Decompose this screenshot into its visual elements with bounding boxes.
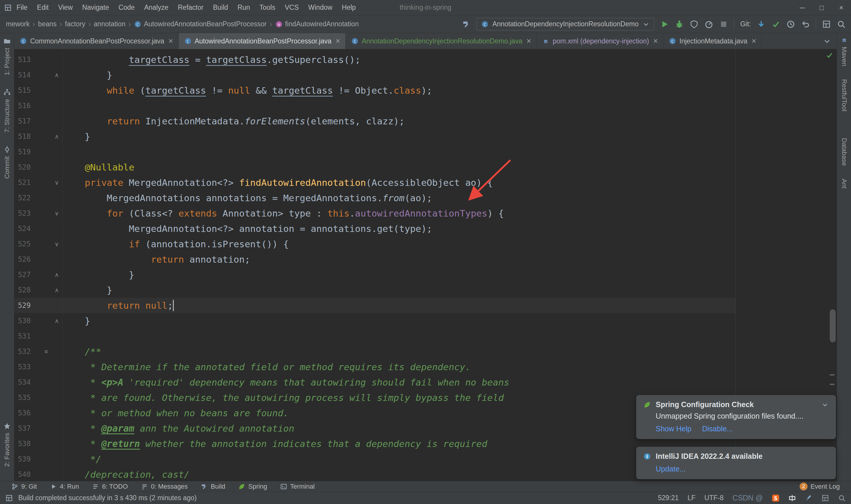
fold-marker-icon[interactable]: ∨ — [52, 236, 61, 252]
notification-ide-update[interactable]: i IntelliJ IDEA 2022.2.4 available Updat… — [636, 447, 836, 479]
menu-edit[interactable]: Edit — [32, 3, 53, 12]
menu-file[interactable]: File — [12, 3, 32, 12]
gutter: 515 — [14, 83, 62, 98]
line-separator[interactable]: LF — [688, 494, 695, 502]
menu-code[interactable]: Code — [114, 3, 140, 12]
line-number: 530 — [14, 313, 31, 328]
build-hammer-icon[interactable] — [462, 20, 471, 29]
menu-vcs[interactable]: VCS — [280, 3, 304, 12]
tab-close-icon[interactable]: × — [168, 37, 173, 46]
notification-spring-config[interactable]: Spring Configuration Check Unmapped Spri… — [636, 395, 836, 439]
show-help-link[interactable]: Show Help — [656, 425, 691, 433]
tab-close-icon[interactable]: × — [527, 37, 531, 46]
run-configuration-select[interactable]: C AnnotationDependencyInjectionResolutio… — [477, 18, 654, 31]
hidden-tabs-chevron-icon[interactable] — [817, 37, 837, 46]
tool-stripe-label: Ant — [840, 179, 848, 188]
file-encoding[interactable]: UTF-8 — [704, 494, 724, 502]
event-log-label: Event Log — [811, 483, 840, 490]
search-everywhere-button[interactable] — [837, 20, 846, 29]
tool-stripe-button[interactable]: Database — [840, 138, 848, 166]
tool-stripe-button[interactable]: Ant — [840, 179, 848, 188]
inspections-ok-icon[interactable] — [826, 51, 833, 59]
render-doc-icon[interactable]: ≡ — [41, 344, 51, 359]
menu-window[interactable]: Window — [304, 3, 337, 12]
fold-marker-icon[interactable]: ∧ — [52, 267, 61, 283]
tool-window-button-4-run[interactable]: 4: Run — [44, 483, 85, 490]
code-token: MergedAnnotations annotations = MergedAn… — [62, 193, 383, 203]
tool-stripe-button[interactable]: 7: Structure — [3, 88, 11, 133]
fold-marker-icon[interactable]: ∧ — [52, 67, 61, 83]
stop-button[interactable] — [719, 20, 728, 29]
code-text: while (targetClass != null && targetClas… — [62, 83, 837, 98]
code-token: targetClass — [145, 85, 206, 96]
caret-position[interactable]: 529:21 — [658, 494, 678, 502]
fold-marker-icon[interactable]: ∧ — [52, 129, 61, 144]
tool-window-button-spring[interactable]: Spring — [233, 483, 272, 490]
editor-tab[interactable]: CAutowiredAnnotationBeanPostProcessor.ja… — [179, 33, 346, 49]
editor-tab[interactable]: CCommonAnnotationBeanPostProcessor.java× — [14, 33, 179, 49]
debug-button[interactable] — [675, 20, 684, 29]
update-link[interactable]: Update... — [656, 465, 686, 473]
breadcrumb-item[interactable]: beans — [38, 20, 57, 28]
minimize-button[interactable]: ─ — [793, 0, 812, 15]
tool-window-button-0-messages[interactable]: 0: Messages — [135, 483, 193, 490]
code-text — [62, 328, 837, 344]
tool-window-button-build[interactable]: Build — [195, 483, 231, 490]
breadcrumb-item[interactable]: mework — [5, 20, 31, 28]
tab-close-icon[interactable]: × — [336, 37, 340, 46]
menu-build[interactable]: Build — [208, 3, 233, 12]
update-project-button[interactable] — [757, 20, 766, 29]
breadcrumb-item[interactable]: annotation — [93, 20, 126, 28]
tool-window-switcher-icon[interactable] — [5, 494, 13, 502]
tool-window-button-9-git[interactable]: 9: Git — [6, 483, 42, 490]
breadcrumb-item[interactable]: CAutowiredAnnotationBeanPostProcessor — [133, 20, 267, 28]
tool-stripe-button[interactable]: 1: Project — [3, 37, 11, 75]
editor-tab[interactable]: mpom.xml (dependency-injection)× — [537, 33, 663, 49]
fold-marker-icon[interactable]: ∧ — [52, 313, 61, 328]
tab-label: CommonAnnotationBeanPostProcessor.java — [30, 37, 164, 45]
rollback-button[interactable] — [801, 20, 810, 29]
code-token: annotation; — [184, 254, 250, 265]
menu-help[interactable]: Help — [337, 3, 361, 12]
close-button[interactable]: × — [832, 0, 851, 15]
fold-marker-icon[interactable]: ∨ — [52, 175, 61, 190]
profiler-button[interactable] — [704, 20, 713, 29]
breadcrumb-item[interactable]: factory — [65, 20, 86, 28]
event-log-button[interactable]: 2 Event Log — [794, 482, 845, 490]
run-button[interactable] — [660, 20, 669, 29]
tool-stripe-button[interactable]: RestfulTool — [840, 79, 848, 111]
history-button[interactable] — [786, 20, 795, 29]
code-token: return — [107, 116, 140, 126]
menu-run[interactable]: Run — [233, 3, 255, 12]
menu-analyze[interactable]: Analyze — [140, 3, 173, 12]
editor-scrollbar[interactable] — [830, 309, 836, 342]
menu-tools[interactable]: Tools — [255, 3, 280, 12]
tool-stripe-button[interactable]: 2: Favorites — [3, 422, 11, 467]
tool-window-button-6-todo[interactable]: 6: TODO — [87, 483, 133, 490]
disable-link[interactable]: Disable... — [702, 425, 733, 433]
commit-button[interactable] — [772, 20, 780, 29]
class-icon: C — [19, 37, 27, 45]
maximize-button[interactable]: □ — [812, 0, 832, 15]
tool-stripe-button[interactable]: mMaven — [840, 36, 848, 66]
menu-refactor[interactable]: Refactor — [173, 3, 208, 12]
editor-tab[interactable]: CAnnotationDependencyInjectionResolution… — [346, 33, 537, 49]
svg-text:C: C — [671, 39, 674, 44]
coverage-button[interactable] — [690, 20, 699, 29]
breadcrumb-item[interactable]: mfindAutowiredAnnotation — [274, 20, 359, 28]
tool-stripe-button[interactable]: Commit — [3, 146, 11, 179]
menu-navigate[interactable]: Navigate — [77, 3, 114, 12]
editor-tab[interactable]: CInjectionMetadata.java× — [663, 33, 762, 49]
menu-view[interactable]: View — [53, 3, 77, 12]
tab-close-icon[interactable]: × — [653, 37, 658, 46]
chevron-down-icon[interactable] — [821, 401, 829, 409]
line-number: 521 — [14, 175, 31, 190]
runsmall-icon — [50, 483, 57, 490]
layout-button[interactable] — [822, 20, 831, 29]
fold-marker-icon[interactable]: ∨ — [52, 205, 61, 221]
gutter: 520 — [14, 160, 62, 175]
fold-marker-icon[interactable]: ∧ — [52, 283, 61, 298]
code-text: } — [62, 67, 837, 83]
tool-window-button-terminal[interactable]: Terminal — [275, 483, 320, 490]
tab-close-icon[interactable]: × — [752, 37, 756, 46]
